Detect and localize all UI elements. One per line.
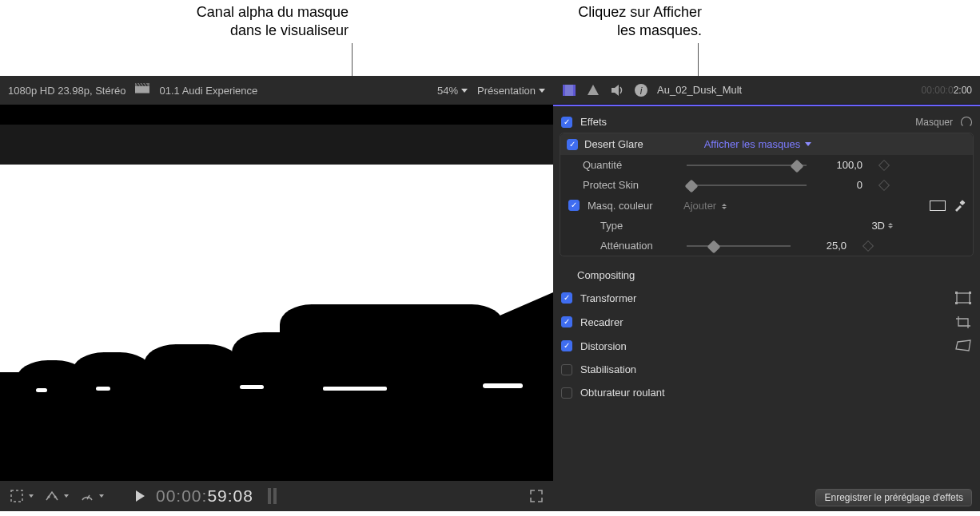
callout-alpha: Canal alpha du masque dans le visualiseu…: [109, 3, 349, 41]
audio-meters-icon[interactable]: [268, 488, 277, 504]
param-protect-skin: Protect Skin 0: [560, 175, 973, 195]
svg-rect-0: [135, 86, 149, 93]
svg-rect-16: [955, 302, 958, 304]
svg-rect-17: [969, 302, 971, 304]
callout-view-masks-line1: Cliquez sur Afficher: [462, 3, 702, 22]
type-value: 3D: [871, 220, 885, 232]
highlight: [323, 387, 387, 391]
highlight: [36, 388, 47, 392]
distort-row[interactable]: Distorsion: [553, 334, 980, 358]
svg-rect-7: [563, 85, 565, 96]
effect-name-label: Desert Glare: [584, 138, 643, 150]
chevron-down-icon: [461, 89, 468, 93]
crop-icon[interactable]: [954, 316, 972, 328]
rolling-shutter-checkbox[interactable]: [561, 387, 572, 399]
stabilization-row[interactable]: Stabilisation: [553, 358, 980, 381]
view-menu-label: Présentation: [477, 85, 536, 97]
crop-tool-icon[interactable]: [10, 489, 24, 503]
svg-rect-8: [573, 85, 576, 96]
zoom-dropdown[interactable]: 54%: [437, 85, 468, 97]
param-amount: Quantité 100,0: [560, 155, 973, 175]
crop-checkbox[interactable]: [561, 316, 572, 327]
svg-marker-9: [588, 85, 599, 95]
highlight: [240, 385, 264, 389]
keyframe-icon[interactable]: [878, 159, 890, 170]
transform-label: Transformer: [580, 292, 636, 304]
param-color-mask-label: Masq. couleur: [588, 200, 675, 212]
rolling-shutter-label: Obturateur roulant: [580, 387, 665, 399]
effects-checkbox[interactable]: [561, 117, 572, 128]
callout-alpha-line2: dans le visualiseur: [109, 22, 349, 40]
hide-effects-button[interactable]: Masquer: [915, 117, 953, 128]
amount-slider[interactable]: [687, 160, 807, 171]
clip-format-label: 1080p HD 23.98p, Stéréo: [8, 85, 125, 97]
type-dropdown[interactable]: 3D: [871, 220, 893, 232]
effects-section-header: Effets Masquer: [553, 111, 980, 133]
timecode-display[interactable]: 00:00:59:08: [156, 486, 253, 506]
callout-view-masks: Cliquez sur Afficher les masques.: [462, 3, 702, 41]
param-softness-label: Atténuation: [600, 240, 679, 252]
reset-icon[interactable]: [961, 117, 972, 128]
distort-icon[interactable]: [954, 339, 972, 352]
chevron-down-icon: [539, 89, 545, 93]
add-mask-dropdown[interactable]: Ajouter: [683, 200, 727, 212]
save-effects-preset-button[interactable]: Enregistrer le préréglage d'effets: [815, 489, 972, 506]
view-masks-dropdown[interactable]: Afficher les masques: [704, 138, 811, 150]
viewer-pane: 1080p HD 23.98p, Stéréo 01.1 Audi Experi…: [0, 76, 553, 511]
callout-view-masks-line2: les masques.: [462, 22, 702, 40]
distort-checkbox[interactable]: [561, 340, 572, 351]
save-preset-label: Enregistrer le préréglage d'effets: [824, 492, 963, 503]
transform-checkbox[interactable]: [561, 292, 572, 304]
color-mask-checkbox[interactable]: [568, 200, 580, 211]
speed-tool-icon[interactable]: [80, 489, 94, 503]
amount-value[interactable]: 100,0: [815, 159, 862, 171]
zoom-value: 54%: [437, 85, 458, 97]
keyframe-icon[interactable]: [862, 240, 874, 251]
view-masks-label: Afficher les masques: [704, 138, 800, 150]
protect-skin-slider[interactable]: [687, 180, 807, 191]
param-type-label: Type: [600, 220, 679, 232]
effects-label: Effets: [580, 116, 907, 128]
svg-marker-18: [956, 340, 970, 351]
play-button[interactable]: [136, 490, 145, 502]
param-amount-label: Quantité: [583, 159, 679, 171]
transform-icon[interactable]: [954, 292, 972, 304]
retime-tool-icon[interactable]: [45, 489, 59, 503]
inspector-body: Effets Masquer Desert Glare Afficher les…: [553, 106, 980, 511]
svg-rect-15: [969, 292, 971, 294]
video-inspector-tab[interactable]: [561, 82, 577, 98]
add-mask-label: Ajouter: [683, 200, 716, 212]
crop-label: Recadrer: [580, 316, 623, 328]
highlight: [483, 383, 523, 388]
chevron-down-icon: [805, 142, 811, 146]
crop-row[interactable]: Recadrer: [553, 310, 980, 334]
svg-point-4: [54, 496, 57, 498]
stabilization-checkbox[interactable]: [561, 364, 572, 375]
clip-name-label: 01.1 Audi Experience: [159, 85, 257, 97]
softness-slider[interactable]: [687, 240, 791, 252]
param-type: Type 3D: [560, 216, 973, 236]
rolling-shutter-row[interactable]: Obturateur roulant: [553, 381, 980, 404]
eyedropper-icon[interactable]: [954, 199, 966, 212]
mask-view-icon[interactable]: [930, 200, 946, 211]
distort-label: Distorsion: [580, 340, 627, 352]
color-inspector-tab[interactable]: [585, 82, 601, 98]
chevron-down-icon: [99, 494, 104, 498]
effect-enable-checkbox[interactable]: [567, 139, 578, 150]
keyframe-icon[interactable]: [878, 179, 890, 190]
protect-skin-value[interactable]: 0: [815, 179, 862, 191]
viewer-canvas[interactable]: [0, 105, 553, 481]
effect-desert-glare: Desert Glare Afficher les masques Quanti…: [560, 133, 974, 256]
svg-rect-13: [957, 293, 970, 303]
svg-rect-12: [959, 200, 965, 205]
transform-row[interactable]: Transformer: [553, 286, 980, 310]
softness-value[interactable]: 25,0: [799, 240, 847, 252]
info-inspector-tab[interactable]: i: [633, 82, 649, 98]
audio-inspector-tab[interactable]: [609, 82, 625, 98]
inspector-timecode-dim: 00:00:0: [922, 85, 954, 96]
callout-alpha-line1: Canal alpha du masque: [109, 3, 349, 22]
viewer-footer: 00:00:59:08: [0, 481, 553, 511]
fullscreen-icon[interactable]: [529, 489, 544, 503]
inspector-timecode-lit: 2:00: [954, 85, 972, 96]
view-menu-dropdown[interactable]: Présentation: [477, 85, 545, 97]
